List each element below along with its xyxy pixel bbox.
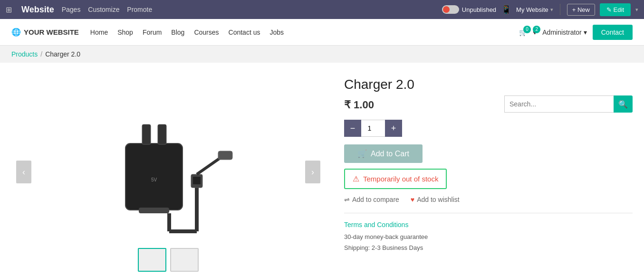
quantity-input[interactable]: [361, 120, 385, 137]
nav-shop[interactable]: Shop: [117, 29, 133, 36]
svg-text:5V: 5V: [151, 177, 157, 182]
svg-rect-3: [139, 208, 169, 213]
breadcrumb: Products / Charger 2.0: [0, 46, 644, 63]
mobile-icon[interactable]: 📱: [501, 4, 511, 15]
brand-name: YOUR WEBSITE: [24, 28, 79, 36]
nav-jobs[interactable]: Jobs: [269, 29, 284, 36]
cart-icon[interactable]: 🛒 0: [519, 29, 527, 36]
new-button[interactable]: + New: [567, 4, 595, 16]
search-area: 🔍: [504, 95, 633, 113]
website-nav: 🌐 YOUR WEBSITE Home Shop Forum Blog Cour…: [0, 19, 644, 46]
admin-bar: ⊞ Website Pages Customize Promote Unpubl…: [0, 0, 644, 19]
svg-line-10: [197, 158, 221, 174]
terms-link[interactable]: Terms and Conditions: [344, 221, 633, 228]
thumbnail-1[interactable]: [138, 248, 166, 272]
terms-details: 30-day money-back guarantee Shipping: 2-…: [344, 231, 633, 254]
separator: [560, 4, 560, 15]
add-to-cart-button[interactable]: 🛒 Add to Cart: [344, 144, 423, 163]
action-links: ⇌ Add to compare ♥ Add to wishlist: [344, 196, 633, 203]
breadcrumb-separator: /: [40, 50, 42, 58]
admin-nav-customize[interactable]: Customize: [88, 6, 119, 13]
unpublished-toggle[interactable]: Unpublished: [442, 5, 496, 14]
nav-forum[interactable]: Forum: [143, 29, 162, 36]
edit-chevron-icon[interactable]: ▾: [635, 7, 638, 13]
admin-user-button[interactable]: Administrator ▾: [542, 29, 586, 36]
svg-rect-2: [158, 124, 166, 144]
product-title: Charger 2.0: [344, 77, 633, 92]
terms-detail-2: Shipping: 2-3 Business Days: [344, 242, 633, 253]
admin-nav-promote[interactable]: Promote: [127, 6, 152, 13]
svg-rect-1: [142, 124, 151, 144]
nav-right: 🛒 0 ♥ 2 Administrator ▾ Contact: [519, 25, 633, 40]
nav-contact[interactable]: Contact us: [229, 29, 260, 36]
add-to-compare-link[interactable]: ⇌ Add to compare: [344, 196, 399, 203]
search-input[interactable]: [504, 95, 614, 113]
quantity-decrease-button[interactable]: −: [344, 120, 361, 137]
wishlist-heart-icon: ♥: [411, 196, 414, 203]
my-website-button[interactable]: My Website ▾: [516, 6, 553, 13]
nav-courses[interactable]: Courses: [194, 29, 219, 36]
carousel-prev-button[interactable]: ‹: [16, 161, 31, 183]
nav-links: Home Shop Forum Blog Courses Contact us …: [90, 29, 519, 36]
cart-icon-btn: 🛒: [357, 149, 367, 158]
chevron-down-icon: ▾: [550, 7, 553, 13]
out-of-stock-label: Temporarily out of stock: [363, 175, 438, 183]
svg-rect-0: [125, 143, 183, 210]
main-content: ‹ 5V: [0, 63, 644, 276]
warning-icon: ⚠: [353, 174, 359, 183]
wishlist-icon[interactable]: ♥ 2: [533, 29, 537, 36]
edit-button[interactable]: ✎ Edit: [600, 3, 631, 16]
carousel-next-button[interactable]: ›: [305, 161, 320, 183]
admin-nav: Pages Customize Promote: [62, 6, 158, 13]
out-of-stock-box: ⚠ Temporarily out of stock: [344, 169, 447, 189]
svg-rect-9: [193, 177, 201, 184]
quantity-increase-button[interactable]: +: [385, 120, 402, 137]
quantity-row: − +: [344, 120, 633, 137]
website-logo: Website: [21, 5, 54, 15]
grid-icon: ⊞: [6, 5, 12, 14]
svg-rect-11: [218, 151, 232, 160]
wishlist-badge: 2: [533, 26, 540, 33]
breadcrumb-products[interactable]: Products: [11, 50, 38, 58]
add-to-wishlist-link[interactable]: ♥ Add to wishlist: [411, 196, 460, 203]
product-image: 5V: [83, 91, 254, 253]
unpublished-label: Unpublished: [462, 6, 496, 13]
globe-icon: 🌐: [11, 28, 21, 37]
thumbnail-2[interactable]: [170, 248, 199, 272]
admin-nav-pages[interactable]: Pages: [62, 6, 81, 13]
brand: 🌐 YOUR WEBSITE: [11, 28, 79, 37]
compare-icon: ⇌: [344, 196, 350, 203]
contact-button[interactable]: Contact: [593, 25, 633, 40]
top-area: Products / Charger 2.0 🔍: [0, 46, 644, 63]
product-image-area: ‹ 5V: [11, 72, 325, 272]
divider: [344, 213, 633, 213]
admin-chevron-icon: ▾: [584, 29, 587, 36]
toggle-pill[interactable]: [442, 5, 459, 14]
nav-home[interactable]: Home: [90, 29, 108, 36]
search-icon: 🔍: [618, 100, 628, 109]
search-button[interactable]: 🔍: [614, 95, 633, 113]
nav-blog[interactable]: Blog: [171, 29, 184, 36]
cart-badge: 0: [523, 26, 531, 33]
terms-detail-1: 30-day money-back guarantee: [344, 231, 633, 242]
breadcrumb-current: Charger 2.0: [45, 50, 80, 58]
